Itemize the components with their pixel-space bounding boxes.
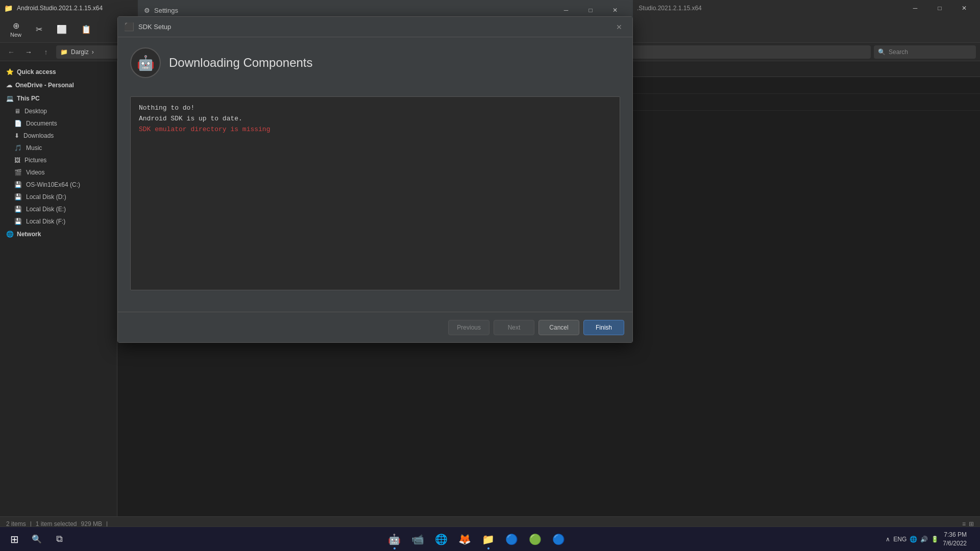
sdk-content: Nothing to do! Android SDK is up to date… <box>118 88 632 312</box>
sdk-close-button[interactable]: ✕ <box>612 20 626 34</box>
taskbar-left: ⊞ 🔍 ⧉ <box>0 529 74 549</box>
network-label: Network <box>17 231 41 238</box>
desktop-label: Desktop <box>24 108 47 115</box>
sdk-log-area: Nothing to do! Android SDK is up to date… <box>130 96 620 290</box>
taskbar-app-edge[interactable]: 🌐 <box>430 528 453 550</box>
log-line-1: Nothing to do! <box>139 103 611 114</box>
cut-icon: ✂ <box>36 24 42 34</box>
cancel-button[interactable]: Cancel <box>538 320 579 335</box>
next-button[interactable]: Next <box>494 320 534 335</box>
drive-c-icon: 💾 <box>14 181 22 188</box>
as-maximize-button[interactable]: □ <box>928 0 951 16</box>
sidebar-item-pictures[interactable]: 🖼 Pictures <box>2 154 115 166</box>
network-icon: 🌐 <box>6 231 14 238</box>
sidebar-item-videos[interactable]: 🎬 Videos <box>2 166 115 179</box>
new-button[interactable]: ⊕ New <box>4 18 28 41</box>
sdk-dialog: ⬛ SDK Setup ✕ 🤖 Downloading Components N… <box>117 16 633 343</box>
sdk-header: 🤖 Downloading Components <box>118 37 632 88</box>
settings-icon: ⚙ <box>144 7 150 14</box>
back-button[interactable]: ← <box>4 45 18 59</box>
log-line-2: Android SDK is up to date. <box>139 114 611 124</box>
computer-icon: 💻 <box>6 95 14 102</box>
copy-icon: ⬜ <box>57 24 67 34</box>
start-button[interactable]: ⊞ <box>4 529 24 549</box>
new-icon: ⊕ <box>13 21 19 31</box>
tray-battery-icon: 🔋 <box>931 536 939 543</box>
sdk-title-icon: ⬛ <box>124 22 134 32</box>
cut-button[interactable]: ✂ <box>30 18 48 41</box>
downloads-label: Downloads <box>23 132 54 139</box>
sidebar-item-drive-c[interactable]: 💾 OS-Win10Ex64 (C:) <box>2 179 115 191</box>
cloud-icon: ☁ <box>6 82 12 89</box>
taskbar-app-android-studio[interactable]: 🤖 <box>383 528 406 550</box>
taskbar-app-video-call[interactable]: 📹 <box>407 528 429 550</box>
sidebar-item-drive-d[interactable]: 💾 Local Disk (D:) <box>2 191 115 203</box>
clock-time: 7:36 PM <box>943 531 967 539</box>
new-label: New <box>10 32 21 38</box>
taskbar-task-view-button[interactable]: ⧉ <box>49 529 69 549</box>
sdk-header-title: Downloading Components <box>169 56 313 70</box>
taskbar-search-button[interactable]: 🔍 <box>27 529 47 549</box>
title-bar-icon: 📁 <box>4 4 13 12</box>
taskbar-app-firefox[interactable]: 🦊 <box>454 528 476 550</box>
star-icon: ⭐ <box>6 68 14 76</box>
as-close-button[interactable]: ✕ <box>952 0 976 16</box>
videos-label: Videos <box>26 169 44 176</box>
music-label: Music <box>26 144 42 152</box>
settings-title: Settings <box>154 7 178 14</box>
address-text: Dargiz <box>71 48 89 56</box>
clock-date: 7/6/2022 <box>943 539 967 548</box>
pictures-icon: 🖼 <box>14 157 20 164</box>
search-bar[interactable]: 🔍 Search <box>874 45 976 59</box>
up-button[interactable]: ↑ <box>39 45 53 59</box>
sidebar-item-downloads[interactable]: ⬇ Downloads <box>2 130 115 142</box>
drive-f-label: Local Disk (F:) <box>26 218 65 225</box>
sidebar-this-pc[interactable]: 💻 This PC <box>0 92 117 105</box>
address-folder-icon: 📁 <box>60 48 68 56</box>
taskbar-app-extra[interactable]: 🔵 <box>548 528 570 550</box>
sdk-logo: 🤖 <box>130 47 161 78</box>
taskbar-app-file-explorer[interactable]: 📁 <box>477 528 500 550</box>
onedrive-label: OneDrive - Personal <box>15 82 74 89</box>
downloads-icon: ⬇ <box>14 132 19 139</box>
quick-access-label: Quick access <box>17 68 56 76</box>
address-chevron: › <box>92 48 94 56</box>
taskbar-app-android[interactable]: 🟢 <box>524 528 547 550</box>
drive-f-icon: 💾 <box>14 218 22 225</box>
system-tray: ∧ ENG 🌐 🔊 🔋 <box>886 536 939 543</box>
taskbar-apps: 🤖 📹 🌐 🦊 📁 🔵 🟢 🔵 <box>74 528 879 550</box>
sidebar-item-drive-e[interactable]: 💾 Local Disk (E:) <box>2 203 115 215</box>
sidebar-item-desktop[interactable]: 🖥 Desktop <box>2 105 115 117</box>
this-pc-label: This PC <box>17 95 40 102</box>
forward-button[interactable]: → <box>21 45 36 59</box>
drive-e-label: Local Disk (E:) <box>26 206 66 213</box>
tray-network-icon: 🌐 <box>910 536 917 543</box>
sidebar-item-documents[interactable]: 📄 Documents <box>2 117 115 130</box>
drive-e-icon: 💾 <box>14 206 22 213</box>
pictures-label: Pictures <box>24 157 46 164</box>
sidebar-onedrive[interactable]: ☁ OneDrive - Personal <box>0 79 117 92</box>
android-studio-bar-text: .Studio.2021.2.1.15.x64 <box>637 5 702 12</box>
sidebar-quick-access[interactable]: ⭐ Quick access <box>0 65 117 79</box>
previous-button[interactable]: Previous <box>448 320 489 335</box>
sidebar-item-drive-f[interactable]: 💾 Local Disk (F:) <box>2 215 115 228</box>
sidebar-item-music[interactable]: 🎵 Music <box>2 142 115 154</box>
taskbar: ⊞ 🔍 ⧉ 🤖 📹 🌐 🦊 📁 🔵 🟢 🔵 ∧ ENG 🌐 🔊 🔋 7:36 P… <box>0 527 980 551</box>
documents-label: Documents <box>26 120 57 127</box>
videos-icon: 🎬 <box>14 169 22 176</box>
music-icon: 🎵 <box>14 144 22 152</box>
taskbar-app-chrome[interactable]: 🔵 <box>501 528 523 550</box>
as-minimize-button[interactable]: ─ <box>903 0 927 16</box>
sidebar-network[interactable]: 🌐 Network <box>0 228 117 241</box>
tray-volume-icon[interactable]: 🔊 <box>920 536 928 543</box>
search-placeholder: Search <box>889 48 908 56</box>
finish-button[interactable]: Finish <box>583 320 624 335</box>
tray-expand-icon[interactable]: ∧ <box>886 536 890 543</box>
taskbar-clock[interactable]: 7:36 PM 7/6/2022 <box>943 531 967 548</box>
sdk-title-bar: ⬛ SDK Setup ✕ <box>118 17 632 37</box>
paste-button[interactable]: 📋 <box>75 18 97 41</box>
copy-button[interactable]: ⬜ <box>51 18 73 41</box>
drive-d-label: Local Disk (D:) <box>26 193 66 201</box>
android-logo-icon: 🤖 <box>137 55 155 71</box>
tray-lang: ENG <box>893 536 906 543</box>
